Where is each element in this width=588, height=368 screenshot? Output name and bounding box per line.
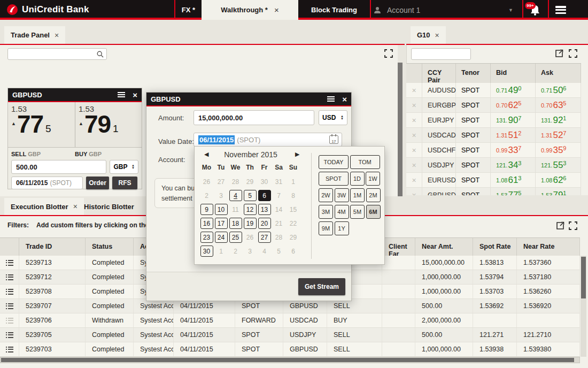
vertical-scrollbar[interactable] <box>581 256 586 357</box>
row-details-icon[interactable] <box>6 332 13 338</box>
dialog-currency-select[interactable]: USD ▲▼ <box>319 110 347 125</box>
g10-search[interactable] <box>411 48 471 60</box>
calendar-day[interactable]: 10 <box>214 203 228 216</box>
bid-cell[interactable]: 0.71490 <box>491 83 536 97</box>
value-date-input[interactable]: 06/11/2015(SPOT) <box>11 177 83 189</box>
tab-walkthrough[interactable]: Walkthrough * × <box>202 0 298 20</box>
calendar-day[interactable]: 23 <box>200 231 213 243</box>
ask-cell[interactable]: 1.53791 <box>536 188 581 195</box>
calendar-day[interactable]: 18 <box>229 217 242 229</box>
remove-row-icon[interactable]: × <box>406 113 422 127</box>
popout-icon[interactable] <box>555 49 564 58</box>
widget-close-icon[interactable]: × <box>133 90 137 99</box>
value-date-input[interactable]: 06/11/2015 (SPOT) 17 <box>194 133 342 147</box>
calendar-day[interactable]: 25 <box>229 231 242 243</box>
search-input[interactable] <box>8 49 106 59</box>
tenor-button-2m[interactable]: 2M <box>366 188 381 202</box>
tab-fx[interactable]: FX * <box>175 0 202 20</box>
row-details-icon[interactable] <box>6 303 13 309</box>
main-menu-icon[interactable] <box>555 6 566 14</box>
calendar-day[interactable]: 9 <box>200 203 213 216</box>
ask-cell[interactable]: 131.921 <box>536 113 581 127</box>
dialog-close-icon[interactable]: × <box>342 95 347 104</box>
trade-row[interactable]: 5239707CompletedSystest Account04/11/201… <box>0 299 580 313</box>
tenor-button-1d[interactable]: 1D <box>350 172 365 186</box>
close-icon[interactable]: × <box>55 31 59 40</box>
tab-execution-blotter[interactable]: Execution Blotter × <box>4 198 84 215</box>
prev-month-icon[interactable]: ◀ <box>204 151 208 158</box>
rfs-button[interactable]: RFS <box>112 177 137 189</box>
amount-input[interactable]: 500.00 <box>11 160 106 174</box>
calendar-day[interactable]: 16 <box>200 217 213 229</box>
widget-menu-icon[interactable] <box>118 92 125 97</box>
ask-cell[interactable]: 1.08626 <box>536 173 581 187</box>
bid-cell[interactable]: 131.907 <box>491 113 536 127</box>
close-icon[interactable]: × <box>435 31 439 40</box>
horizontal-scrollbar[interactable] <box>0 357 580 363</box>
tenor-button-6m[interactable]: 6M <box>366 205 381 219</box>
instrument-search[interactable] <box>7 48 107 60</box>
trade-row[interactable]: 5239706WithdrawnSystest Account04/11/201… <box>0 313 580 328</box>
remove-row-icon[interactable]: × <box>406 173 422 187</box>
bid-cell[interactable]: 0.99337 <box>491 143 536 157</box>
buy-price-tile[interactable]: 1.53 ▲ 79 1 <box>75 102 142 147</box>
remove-row-icon[interactable]: × <box>406 143 422 157</box>
search-input[interactable] <box>412 49 470 59</box>
trade-row[interactable]: 5239705CompletedSystest Account04/11/201… <box>0 328 580 342</box>
bid-cell[interactable]: 1.08613 <box>491 173 536 187</box>
fullscreen-icon[interactable] <box>569 221 578 231</box>
tenor-button-1w[interactable]: 1W <box>366 172 380 186</box>
calendar-day[interactable]: 30 <box>200 245 213 257</box>
row-details-icon[interactable] <box>6 347 13 352</box>
calendar-day[interactable]: 20 <box>258 217 271 229</box>
calendar-icon[interactable]: 17 <box>329 135 338 144</box>
remove-row-icon[interactable]: × <box>406 128 422 142</box>
order-button[interactable]: Order <box>86 177 109 189</box>
remove-row-icon[interactable]: × <box>406 98 422 112</box>
sell-price-tile[interactable]: 1.53 ▲ 77 5 <box>8 102 75 147</box>
next-month-icon[interactable]: ▶ <box>295 151 299 158</box>
tenor-button-1y[interactable]: 1Y <box>335 221 349 235</box>
tenor-button-3m[interactable]: 3M <box>319 205 333 219</box>
ask-cell[interactable]: 0.99359 <box>536 143 581 157</box>
tenor-button-4m[interactable]: 4M <box>335 205 349 219</box>
calendar-day[interactable]: 12 <box>243 203 257 216</box>
tenor-button-today[interactable]: TODAY <box>319 155 349 169</box>
popout-icon[interactable] <box>556 221 565 231</box>
row-details-icon[interactable] <box>6 274 13 280</box>
remove-row-icon[interactable]: × <box>406 158 422 172</box>
ask-cell[interactable]: 1.31527 <box>536 128 581 142</box>
get-stream-button[interactable]: Get Stream <box>298 278 345 295</box>
close-icon[interactable]: × <box>73 202 78 211</box>
calendar-day[interactable]: 6 <box>258 189 271 202</box>
tab-g10[interactable]: G10 × <box>411 26 446 44</box>
calendar-day[interactable]: 5 <box>243 189 257 202</box>
amount-input[interactable]: 15,000,000.00 <box>194 110 314 125</box>
bid-cell[interactable]: 1.53775 <box>491 188 536 195</box>
tenor-button-5m[interactable]: 5M <box>350 205 365 219</box>
dialog-menu-icon[interactable] <box>327 96 335 102</box>
bid-cell[interactable]: 0.70625 <box>491 98 536 112</box>
tab-block-trading[interactable]: Block Trading <box>298 0 370 20</box>
row-details-icon[interactable] <box>6 318 13 324</box>
calendar-day[interactable]: 4 <box>229 189 242 202</box>
ask-cell[interactable]: 0.71506 <box>536 83 581 97</box>
ask-cell[interactable]: 121.553 <box>536 158 581 172</box>
row-details-icon[interactable] <box>6 289 13 295</box>
calendar-day[interactable]: 27 <box>258 231 271 243</box>
account-menu[interactable]: Account 1 ▼ <box>373 0 521 20</box>
calendar-day[interactable]: 24 <box>214 231 228 243</box>
fullscreen-icon[interactable] <box>569 49 578 58</box>
tenor-button-3w[interactable]: 3W <box>335 188 349 202</box>
bid-cell[interactable]: 121.343 <box>491 158 536 172</box>
bid-cell[interactable]: 1.31512 <box>491 128 536 142</box>
vertical-scrollbar[interactable] <box>398 63 403 196</box>
tenor-button-spot[interactable]: SPOT <box>319 172 349 186</box>
remove-row-icon[interactable]: × <box>406 188 422 195</box>
close-icon[interactable]: × <box>274 5 279 14</box>
fullscreen-icon[interactable] <box>384 49 393 58</box>
ask-cell[interactable]: 0.70635 <box>536 98 581 112</box>
tenor-button-tom[interactable]: TOM <box>350 155 380 169</box>
calendar-day[interactable]: 13 <box>258 203 271 216</box>
trade-row[interactable]: 5239703CompletedSystest Account04/11/201… <box>0 342 580 357</box>
